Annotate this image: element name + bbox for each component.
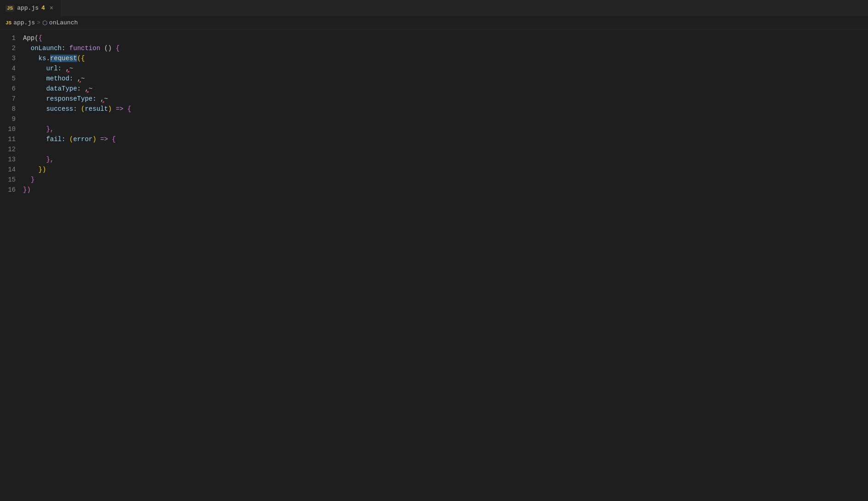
- line-number: 5: [0, 74, 23, 84]
- line-number: 10: [0, 124, 23, 134]
- line-content[interactable]: }): [23, 185, 868, 195]
- line-content[interactable]: url: ,~: [23, 63, 868, 74]
- token: ({: [77, 55, 85, 62]
- token: }): [39, 166, 46, 173]
- token: request: [50, 55, 77, 62]
- line-content[interactable]: onLaunch: function () {: [23, 43, 868, 53]
- tab-app-js[interactable]: JS app.js 4 ×: [0, 0, 61, 17]
- code-line: 16}): [0, 185, 868, 195]
- line-number: 14: [0, 165, 23, 175]
- tab-close-button[interactable]: ×: [48, 4, 55, 13]
- token: ,: [77, 75, 81, 82]
- code-line: 10 },: [0, 124, 868, 134]
- breadcrumb-func-name[interactable]: onLaunch: [49, 19, 78, 26]
- token: App(: [23, 34, 39, 42]
- token: },: [46, 125, 54, 133]
- line-content[interactable]: responseType: ,~: [23, 94, 868, 104]
- code-line: 11 fail: (error) => {: [0, 134, 868, 144]
- token: fail:: [23, 136, 69, 143]
- code-line: 13 },: [0, 154, 868, 165]
- line-content[interactable]: fail: (error) => {: [23, 134, 868, 144]
- token: [23, 166, 39, 173]
- tab-filename: app.js: [17, 5, 39, 11]
- token: ,: [85, 85, 88, 92]
- line-number: 3: [0, 53, 23, 63]
- code-line: 9: [0, 114, 868, 124]
- token: ): [92, 136, 96, 143]
- code-line: 6 dataType: ,~: [0, 84, 868, 94]
- line-number: 8: [0, 104, 23, 114]
- token: url:: [23, 65, 65, 72]
- token: ~: [81, 75, 85, 82]
- line-content[interactable]: }): [23, 165, 868, 175]
- line-number: 1: [0, 33, 23, 43]
- line-content[interactable]: success: (result) => {: [23, 104, 868, 114]
- token: onLaunch:: [23, 45, 69, 52]
- token: method:: [23, 75, 77, 82]
- token: dataType:: [23, 85, 85, 92]
- token: }): [23, 186, 31, 194]
- line-number: 9: [0, 114, 23, 124]
- token: {: [39, 34, 42, 42]
- tab-modified-count: 4: [41, 5, 45, 11]
- breadcrumb-filename[interactable]: app.js: [13, 19, 35, 26]
- code-line: 3 ks.request({: [0, 53, 868, 63]
- line-number: 11: [0, 134, 23, 144]
- token: }: [31, 176, 34, 183]
- token: ,: [65, 65, 69, 72]
- token: ): [108, 105, 112, 113]
- token: ~: [69, 65, 73, 72]
- token: ks: [23, 55, 46, 62]
- line-number: 13: [0, 154, 23, 165]
- line-content[interactable]: App({: [23, 33, 868, 43]
- breadcrumb-separator: >: [37, 19, 40, 26]
- code-line: 1App({: [0, 33, 868, 43]
- token: (): [100, 45, 116, 52]
- line-number: 15: [0, 175, 23, 185]
- line-content[interactable]: },: [23, 154, 868, 165]
- code-line: 5 method: ,~: [0, 74, 868, 84]
- token: (: [69, 136, 73, 143]
- line-number: 4: [0, 63, 23, 74]
- line-number: 7: [0, 94, 23, 104]
- line-content[interactable]: },: [23, 124, 868, 134]
- token: },: [46, 156, 54, 163]
- token: =>: [112, 105, 127, 113]
- token: success:: [23, 105, 81, 113]
- token: ~: [104, 95, 108, 102]
- code-line: 7 responseType: ,~: [0, 94, 868, 104]
- token: [23, 156, 46, 163]
- token: [23, 125, 46, 133]
- token: error: [73, 136, 92, 143]
- token: function: [69, 45, 100, 52]
- line-number: 16: [0, 185, 23, 195]
- tab-bar: JS app.js 4 ×: [0, 0, 868, 17]
- line-content[interactable]: }: [23, 175, 868, 185]
- breadcrumb-js-icon: JS: [6, 20, 11, 26]
- line-number: 6: [0, 84, 23, 94]
- code-line: 4 url: ,~: [0, 63, 868, 74]
- token: {: [116, 45, 120, 52]
- token: result: [85, 105, 108, 113]
- line-number: 12: [0, 144, 23, 154]
- line-number: 2: [0, 43, 23, 53]
- code-line: 8 success: (result) => {: [0, 104, 868, 114]
- code-line: 2 onLaunch: function () {: [0, 43, 868, 53]
- line-content[interactable]: ks.request({: [23, 53, 868, 63]
- code-line: 15 }: [0, 175, 868, 185]
- code-line: 12: [0, 144, 868, 154]
- line-content[interactable]: dataType: ,~: [23, 84, 868, 94]
- token: {: [127, 105, 131, 113]
- editor-area: 1App({2 onLaunch: function () {3 ks.requ…: [0, 29, 868, 199]
- token: .: [46, 55, 50, 62]
- token: [23, 176, 31, 183]
- token: ~: [89, 85, 92, 92]
- breadcrumb-bar: JS app.js > ⬡ onLaunch: [0, 17, 868, 29]
- token: {: [112, 136, 115, 143]
- js-file-icon: JS: [6, 5, 14, 11]
- code-line: 14 }): [0, 165, 868, 175]
- breadcrumb-func-icon: ⬡: [42, 19, 47, 27]
- token: =>: [97, 136, 112, 143]
- token: responseType:: [23, 95, 100, 102]
- line-content[interactable]: method: ,~: [23, 74, 868, 84]
